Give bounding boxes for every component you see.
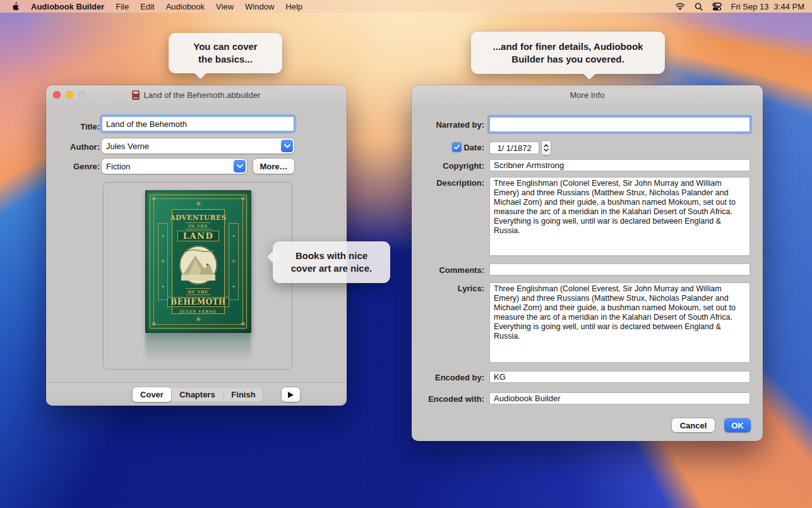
- author-combobox[interactable]: Jules Verne: [102, 138, 294, 154]
- copyright-label: Copyright:: [443, 161, 484, 171]
- chevron-down-icon[interactable]: [234, 160, 246, 172]
- book-medallion: ✳: [195, 316, 201, 323]
- apple-icon[interactable]: [11, 2, 20, 11]
- menu-audiobook[interactable]: Audiobook: [166, 2, 205, 11]
- genre-label: Genre:: [73, 162, 100, 171]
- more-info-titlebar[interactable]: More Info: [412, 85, 763, 104]
- ok-button[interactable]: OK: [724, 418, 751, 432]
- clock-date: Fri Sep 13: [731, 2, 769, 11]
- callout-finer-details: ...and for finer details, Audiobook Buil…: [471, 32, 665, 74]
- more-info-title: More Info: [570, 90, 605, 100]
- builder-window-title: Land of the Behemoth.abbuilder: [143, 90, 260, 100]
- book-vignette: [173, 245, 224, 286]
- author-value: Jules Verne: [106, 142, 149, 151]
- menubar-app-name[interactable]: Audiobook Builder: [31, 2, 104, 11]
- document-icon: [132, 90, 140, 100]
- book-corner-ornament: ✳: [151, 196, 156, 202]
- encoded-with-input[interactable]: [489, 392, 750, 404]
- encoded-by-label: Encoded by:: [435, 373, 484, 382]
- description-label: Description:: [436, 178, 484, 188]
- section-segmented-control: Cover Chapters Finish: [133, 387, 263, 402]
- book-medallion: ✳: [195, 200, 201, 207]
- genre-combobox[interactable]: Fiction: [102, 159, 247, 174]
- author-label: Author:: [70, 142, 100, 152]
- close-button[interactable]: [53, 91, 61, 99]
- cover-art-well[interactable]: ✳ ✳ ✳ ✳ ✳ ✳ ✦✣✦ ✦✣✦ ADVENTURES IN THE LA…: [103, 182, 292, 370]
- title-label: Title:: [80, 122, 100, 131]
- date-label: Date:: [463, 143, 484, 152]
- book-author-line: JULES VERNE: [180, 309, 217, 313]
- book-reflection: [145, 334, 251, 371]
- menubar-clock[interactable]: Fri Sep 13 3:44 PM: [731, 2, 804, 11]
- more-info-window: More Info Narrated by: Date: 1/ 1/1872 C…: [412, 85, 763, 441]
- chevron-down-icon[interactable]: [281, 140, 293, 152]
- callout-cover-art-text: Books with nice cover art are nice.: [291, 250, 372, 275]
- encoded-by-input[interactable]: [489, 371, 750, 383]
- stepper-down-icon: [544, 148, 549, 152]
- cancel-button[interactable]: Cancel: [672, 418, 715, 432]
- comments-input[interactable]: [489, 263, 750, 275]
- builder-bottom-bar: Cover Chapters Finish: [46, 382, 347, 406]
- book-corner-ornament: ✳: [151, 321, 156, 327]
- wifi-icon[interactable]: [675, 3, 685, 10]
- tab-cover[interactable]: Cover: [133, 387, 171, 402]
- book-pillar-ornament: ✦✣✦: [158, 223, 168, 300]
- date-checkbox[interactable]: [452, 142, 462, 152]
- more-genres-button[interactable]: More…: [253, 159, 294, 174]
- menu-help[interactable]: Help: [285, 2, 302, 11]
- book-corner-ornament: ✳: [241, 196, 246, 202]
- play-button[interactable]: [282, 387, 300, 402]
- desktop: Audiobook Builder File Edit Audiobook Vi…: [0, 0, 812, 508]
- tab-chapters[interactable]: Chapters: [171, 387, 224, 402]
- menu-window[interactable]: Window: [245, 2, 274, 11]
- play-icon: [288, 392, 294, 398]
- menu-file[interactable]: File: [116, 2, 129, 11]
- menu-edit[interactable]: Edit: [140, 2, 154, 11]
- callout-finer-text: ...and for finer details, Audiobook Buil…: [493, 40, 643, 66]
- callout-cover-art: Books with nice cover art are nice.: [273, 241, 390, 283]
- check-icon: [454, 145, 460, 150]
- callout-tail: [194, 66, 207, 79]
- description-textarea[interactable]: Three Englishman (Colonel Everest, Sir J…: [489, 177, 750, 256]
- date-field[interactable]: 1/ 1/1872: [489, 142, 539, 154]
- menu-bar: Audiobook Builder File Edit Audiobook Vi…: [0, 0, 812, 13]
- genre-value: Fiction: [106, 162, 130, 171]
- search-icon[interactable]: [695, 3, 703, 11]
- narrated-by-input[interactable]: [489, 117, 750, 132]
- narrated-by-label: Narrated by:: [436, 120, 484, 130]
- date-stepper[interactable]: [542, 141, 551, 155]
- comments-label: Comments:: [439, 265, 484, 275]
- callout-basics-text: You can cover the basics...: [193, 40, 257, 66]
- callout-tail: [583, 66, 596, 80]
- control-center-icon[interactable]: [712, 3, 722, 11]
- lyrics-label: Lyrics:: [458, 284, 484, 293]
- date-value: 1/ 1/1872: [497, 143, 531, 153]
- book-cover-image: ✳ ✳ ✳ ✳ ✳ ✳ ✦✣✦ ✦✣✦ ADVENTURES IN THE LA…: [145, 190, 251, 333]
- book-title-line: OF THE: [186, 288, 211, 295]
- stepper-up-icon: [544, 144, 549, 147]
- book-title-line: IN THE: [186, 222, 210, 229]
- book-title-line: BEHEMOTH: [167, 297, 229, 307]
- builder-titlebar[interactable]: Land of the Behemoth.abbuilder: [46, 85, 347, 104]
- minimize-button[interactable]: [66, 91, 73, 99]
- book-pillar-ornament: ✦✣✦: [229, 223, 239, 300]
- book-center-panel: ADVENTURES IN THE LAND OF THE BEHEMOTH: [172, 209, 225, 314]
- title-input[interactable]: [102, 116, 294, 131]
- callout-basics: You can cover the basics...: [169, 33, 282, 73]
- clock-time: 3:44 PM: [774, 2, 804, 11]
- book-title-line: ADVENTURES: [170, 214, 226, 221]
- menu-view[interactable]: View: [216, 2, 234, 11]
- tab-finish[interactable]: Finish: [224, 387, 263, 402]
- zoom-button[interactable]: [78, 91, 86, 99]
- encoded-with-label: Encoded with:: [428, 394, 484, 404]
- copyright-input[interactable]: [489, 159, 750, 171]
- book-title-line: LAND: [177, 231, 219, 241]
- lyrics-textarea[interactable]: Three Englishman (Colonel Everest, Sir J…: [489, 282, 750, 363]
- book-corner-ornament: ✳: [241, 321, 246, 327]
